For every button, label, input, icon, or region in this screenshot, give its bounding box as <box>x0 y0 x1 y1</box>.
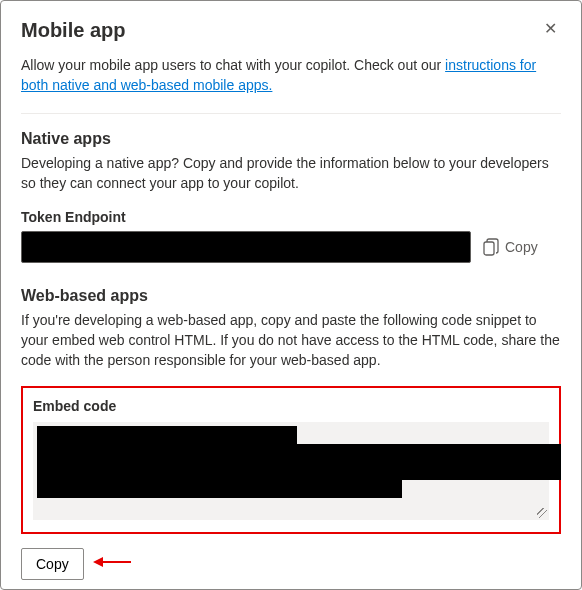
copy-icon <box>483 238 499 256</box>
embed-code-textarea[interactable] <box>33 422 549 520</box>
embed-code-label: Embed code <box>33 398 549 414</box>
web-apps-desc: If you're developing a web-based app, co… <box>21 311 561 370</box>
arrow-left-icon <box>93 555 131 569</box>
redaction-bar <box>37 480 402 498</box>
web-apps-title: Web-based apps <box>21 287 561 305</box>
svg-marker-2 <box>93 557 103 567</box>
embed-code-group: Embed code <box>21 386 561 534</box>
close-icon[interactable]: ✕ <box>540 19 561 39</box>
native-apps-desc: Developing a native app? Copy and provid… <box>21 154 561 193</box>
redaction-bar <box>37 462 561 480</box>
copy-token-label: Copy <box>505 239 538 255</box>
copy-token-button[interactable]: Copy <box>483 238 538 256</box>
token-endpoint-label: Token Endpoint <box>21 209 561 225</box>
arrow-annotation <box>93 555 131 569</box>
token-endpoint-input[interactable] <box>21 231 471 263</box>
redaction-bar <box>37 444 561 462</box>
redaction-bar <box>37 426 297 444</box>
panel-header: Mobile app ✕ <box>21 19 561 42</box>
native-apps-title: Native apps <box>21 130 561 148</box>
mobile-app-panel: Mobile app ✕ Allow your mobile app users… <box>0 0 582 590</box>
svg-rect-0 <box>484 242 494 255</box>
intro-text: Allow your mobile app users to chat with… <box>21 56 561 95</box>
divider <box>21 113 561 114</box>
panel-title: Mobile app <box>21 19 125 42</box>
copy-embed-button[interactable]: Copy <box>21 548 84 580</box>
intro-pre: Allow your mobile app users to chat with… <box>21 57 445 73</box>
token-row: Copy <box>21 231 561 263</box>
